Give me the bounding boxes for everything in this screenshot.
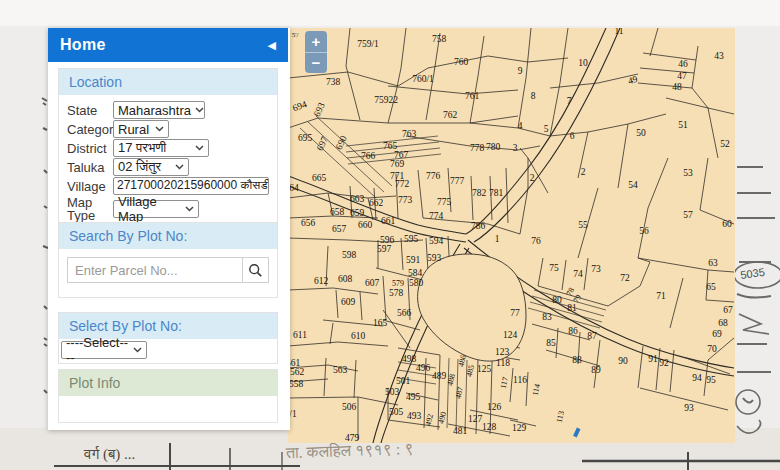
chevron-down-icon (185, 206, 194, 212)
plot-label: 52 (720, 139, 730, 149)
plot-label: 95 (706, 375, 716, 385)
plot-label: 766 (361, 151, 376, 161)
state-select[interactable]: Maharashtra (113, 101, 205, 119)
category-select[interactable]: Rural (113, 120, 169, 138)
search-section: Search By Plot No: (58, 222, 278, 298)
page-top-band (0, 0, 780, 26)
plot-label: 501 (396, 376, 411, 386)
plot-label: 43 (714, 51, 724, 61)
plot-label: 54 (628, 180, 638, 190)
plot-label: 659 (350, 208, 365, 218)
plot-label: 69 (712, 329, 722, 339)
plot-label: 503 (385, 387, 400, 397)
plot-label: 63 (708, 258, 718, 268)
plot-label: 566 (397, 308, 412, 318)
plot-label: 505 (389, 407, 404, 417)
plot-label: 612 (314, 276, 329, 286)
plot-label: 656 (301, 218, 316, 228)
plot-label: 563 (333, 365, 348, 375)
plot-label: 657 (332, 224, 347, 234)
parcel-search-input[interactable] (67, 257, 243, 283)
plot-label: 597 (377, 244, 392, 254)
district-label: District (67, 142, 113, 155)
village-select[interactable]: 271700020215960000 कौसडी (113, 177, 269, 195)
plot-label: 658 (330, 207, 345, 217)
plot-label: 495 (406, 392, 421, 402)
plot-label: 611 (293, 330, 307, 340)
plot-label: 75922 (374, 95, 398, 105)
plot-label: 124 (503, 330, 518, 340)
chevron-down-icon (155, 126, 164, 132)
plot-label: 778 (470, 143, 485, 153)
plot-label: 493 (407, 411, 422, 421)
plot-label: 91 (648, 354, 658, 364)
plot-label: 86 (568, 326, 578, 336)
plot-label: 87 (587, 331, 597, 341)
plot-label: 118 (496, 358, 510, 368)
map-zoom-control: + − (305, 31, 327, 73)
plot-label: 53 (683, 168, 693, 178)
plot-info-body (59, 396, 277, 422)
plot-label: 93 (684, 403, 694, 413)
plot-label: 48 (672, 82, 682, 92)
water-feature (573, 428, 580, 438)
plot-label: 492 (424, 413, 435, 427)
plot-label: 57 (683, 210, 693, 220)
plot-label: 77 (510, 308, 520, 318)
plot-label: 777 (450, 176, 465, 186)
village-row: Village 271700020215960000 कौसडी (67, 177, 269, 195)
plot-label: 117 (499, 376, 510, 389)
plot-label: 70 (707, 344, 717, 354)
cadastral-map[interactable]: 5'/759/17587609738760/176187592276246946… (288, 28, 735, 443)
zoom-in-button[interactable]: + (305, 31, 327, 52)
state-row: State Maharashtra (67, 101, 269, 119)
plot-label: 1 (495, 234, 500, 244)
plot-label: 60 (722, 219, 732, 229)
plot-label: 74 (573, 269, 583, 279)
plot-label: 775 (437, 197, 452, 207)
plot-select[interactable]: ----Select---- (61, 341, 147, 359)
plot-info-title: Plot Info (59, 370, 277, 396)
plot-label: 774 (429, 211, 444, 221)
plot-label: 2 (530, 173, 535, 183)
plot-label: 663 (350, 194, 365, 204)
plot-label: 593 (427, 253, 442, 263)
plot-label: 7 (567, 96, 572, 106)
chevron-down-icon (195, 145, 204, 151)
plot-label: 773 (398, 195, 413, 205)
plot-label: 488 (446, 373, 457, 387)
category-row: Category Rural (67, 120, 269, 138)
plot-label: 113 (555, 410, 566, 423)
plot-label: 608 (338, 274, 353, 284)
plot-label: 595 (404, 234, 419, 244)
plot-label: 697 (315, 135, 330, 152)
plot-label: 80 (552, 295, 562, 305)
maptype-row: Map Type Village Map (67, 196, 269, 222)
chevron-down-icon (175, 164, 184, 170)
plot-label: 769 (390, 159, 405, 169)
district-row: District 17 परभणी (67, 139, 269, 157)
plot-label: 165 (373, 318, 388, 328)
collapse-panel-icon[interactable]: ◀ (268, 39, 276, 52)
sidebar-panel: Home ◀ Location State Maharashtra Catego… (48, 28, 290, 430)
search-button[interactable] (243, 257, 269, 283)
plot-label: 89 (591, 365, 601, 375)
plot-label: 5 (544, 124, 549, 134)
plot-label: 3 (513, 143, 518, 153)
district-select[interactable]: 17 परभणी (113, 139, 209, 157)
margin-note-text: 5035 (740, 266, 766, 281)
zoom-out-button[interactable]: − (305, 52, 327, 74)
chevron-down-icon (133, 347, 142, 353)
plot-label: 51 (678, 120, 688, 130)
plot-label: 9 (518, 66, 523, 76)
plot-label: 83 (542, 312, 552, 322)
plot-label: 760/1 (412, 74, 434, 84)
plot-label: 68 (718, 318, 728, 328)
plot-label: 558 (289, 379, 304, 389)
maptype-select[interactable]: Village Map (113, 200, 199, 218)
document-class-text: वर्ग (ब) ... (84, 446, 135, 463)
plot-label: 72 (620, 273, 630, 283)
taluka-select[interactable]: 02 जिंतुर (113, 158, 189, 176)
chevron-down-icon (195, 107, 204, 113)
plot-label: 786 (471, 221, 486, 231)
